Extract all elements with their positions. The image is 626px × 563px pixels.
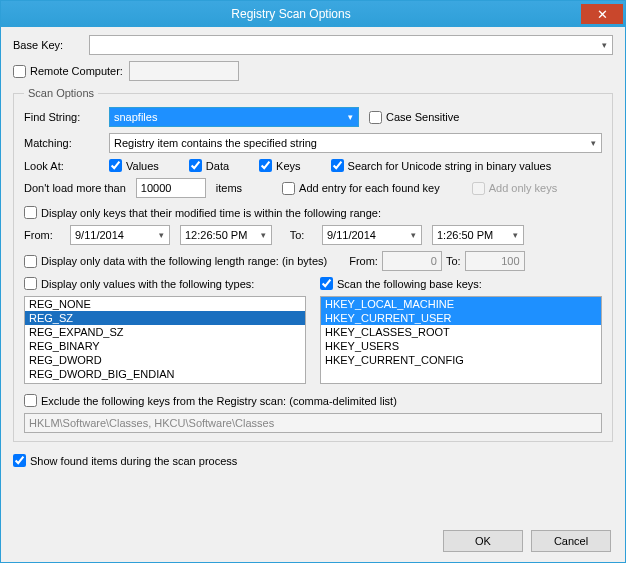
addonlykeys-checkbox [472,182,485,195]
values-label: Values [126,160,159,172]
list-item[interactable]: HKEY_USERS [321,339,601,353]
modtime-label: Display only keys that their modified ti… [41,207,381,219]
remote-computer-checkbox[interactable] [13,65,26,78]
valtypes-listbox[interactable]: REG_NONEREG_SZREG_EXPAND_SZREG_BINARYREG… [24,296,306,384]
list-item[interactable]: REG_NONE [25,297,305,311]
lookat-label: Look At: [24,160,99,172]
keys-label: Keys [276,160,300,172]
scan-options-legend: Scan Options [24,87,98,99]
basekey-select[interactable] [89,35,613,55]
exclude-label: Exclude the following keys from the Regi… [41,395,397,407]
list-item[interactable]: REG_EXPAND_SZ [25,325,305,339]
dontload-label1: Don't load more than [24,182,126,194]
disptypes-label: Display only values with the following t… [41,278,254,290]
lenfrom-label: From: [349,255,378,267]
showfound-label: Show found items during the scan process [30,455,237,467]
exclude-input[interactable] [24,413,602,433]
case-sensitive-label: Case Sensitive [386,111,459,123]
ok-button[interactable]: OK [443,530,523,552]
lento-input[interactable] [465,251,525,271]
scanbasekeys-checkbox[interactable] [320,277,333,290]
data-checkbox[interactable] [189,159,202,172]
disptypes-checkbox[interactable] [24,277,37,290]
content-area: Base Key: ▾ Remote Computer: Scan Option… [1,27,625,520]
dontload-input[interactable] [136,178,206,198]
data-label: Data [206,160,229,172]
list-item[interactable]: REG_DWORD [25,353,305,367]
list-item[interactable]: HKEY_LOCAL_MACHINE [321,297,601,311]
lenfrom-input[interactable] [382,251,442,271]
basekeys-listbox[interactable]: HKEY_LOCAL_MACHINEHKEY_CURRENT_USERHKEY_… [320,296,602,384]
lenrange-label: Display only data with the following len… [41,255,327,267]
titlebar: Registry Scan Options ✕ [1,1,625,27]
keys-checkbox[interactable] [259,159,272,172]
list-item[interactable]: REG_SZ [25,311,305,325]
close-icon: ✕ [597,7,608,22]
dialog-footer: OK Cancel [1,520,625,562]
list-item[interactable]: HKEY_CURRENT_USER [321,311,601,325]
remote-computer-input[interactable] [129,61,239,81]
close-button[interactable]: ✕ [581,4,623,24]
basekey-label: Base Key: [13,39,83,51]
list-item[interactable]: HKEY_CURRENT_CONFIG [321,353,601,367]
list-item[interactable]: REG_BINARY [25,339,305,353]
matching-label: Matching: [24,137,99,149]
find-string-input[interactable] [109,107,359,127]
list-item[interactable]: REG_DWORD_BIG_ENDIAN [25,367,305,381]
scan-options-group: Scan Options Find String: ▾ Case Sensiti… [13,87,613,442]
matching-select[interactable]: Registry item contains the specified str… [109,133,602,153]
lenrange-checkbox[interactable] [24,255,37,268]
addentry-checkbox[interactable] [282,182,295,195]
showfound-checkbox[interactable] [13,454,26,467]
list-item[interactable]: HKEY_CLASSES_ROOT [321,325,601,339]
dialog-window: Registry Scan Options ✕ Base Key: ▾ Remo… [0,0,626,563]
from-date-input[interactable] [70,225,170,245]
unicode-checkbox[interactable] [331,159,344,172]
from-time-input[interactable] [180,225,272,245]
addentry-label: Add entry for each found key [299,182,440,194]
exclude-checkbox[interactable] [24,394,37,407]
remote-computer-label: Remote Computer: [30,65,123,77]
addonlykeys-label: Add only keys [489,182,557,194]
case-sensitive-checkbox[interactable] [369,111,382,124]
values-checkbox[interactable] [109,159,122,172]
scanbasekeys-label: Scan the following base keys: [337,278,482,290]
find-string-label: Find String: [24,111,99,123]
cancel-button[interactable]: Cancel [531,530,611,552]
to-label: To: [282,229,312,241]
window-title: Registry Scan Options [1,7,581,21]
lento-label: To: [446,255,461,267]
from-label: From: [24,229,60,241]
unicode-label: Search for Unicode string in binary valu… [348,160,552,172]
to-date-input[interactable] [322,225,422,245]
to-time-input[interactable] [432,225,524,245]
modtime-checkbox[interactable] [24,206,37,219]
dontload-label2: items [216,182,242,194]
